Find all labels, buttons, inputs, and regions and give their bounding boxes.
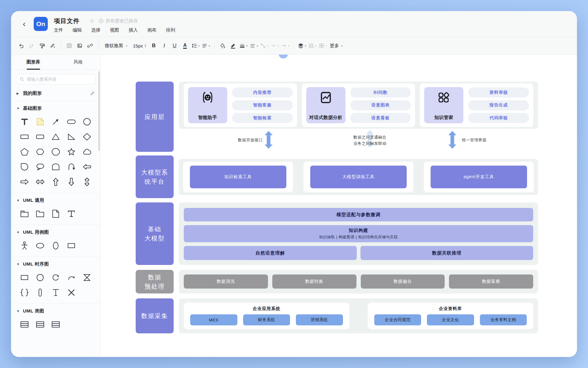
shape-rounded-rectangle-small[interactable] — [35, 131, 46, 142]
insert-frame-button[interactable] — [65, 41, 74, 50]
more-button[interactable]: 更多 ▾ — [329, 41, 343, 50]
line-type-button[interactable]: ▾ — [270, 41, 279, 50]
foundation-bar-reasoning[interactable]: 数据关联推理 — [360, 246, 533, 260]
menu-edit[interactable]: 编辑 — [73, 27, 82, 33]
bold-button[interactable]: B — [149, 41, 158, 50]
source-pill[interactable]: 业务资料文档 — [480, 314, 527, 325]
card-smart-assistant[interactable]: 智能助手 内容推荐 智能客服 智能检索 — [184, 83, 297, 127]
shape-text-serif[interactable] — [66, 208, 77, 219]
style-brush-button[interactable] — [48, 41, 57, 50]
shape-alt-fragment[interactable] — [81, 272, 92, 283]
shape-u-turn-arrow[interactable] — [66, 161, 77, 172]
foundation-bar-tuning[interactable]: 模型适配与参数微调 — [184, 208, 533, 221]
conversational-analysis-tile[interactable]: 对话式数据分析 — [306, 87, 345, 123]
smart-assistant-tile[interactable]: 智能助手 — [188, 87, 227, 123]
feature-pill[interactable]: 代码审核 — [468, 113, 529, 123]
shape-sticky-note[interactable] — [35, 116, 46, 127]
feature-pill[interactable]: 语意看板 — [350, 113, 411, 123]
line-height-button[interactable]: ▾ — [191, 41, 200, 50]
foundation-panel[interactable]: 模型适配与参数微调 知识构建 知识抽取 | 构建图谱 | 知识结构化存储与关联 … — [179, 202, 538, 265]
shape-rectangle-plain[interactable] — [66, 240, 77, 251]
shape-pentagon[interactable] — [19, 146, 30, 157]
layer-label-application[interactable]: 应用层 — [136, 82, 174, 152]
shape-tab-frame[interactable] — [35, 208, 46, 219]
knowledge-manager-tile[interactable]: 知识管家 — [424, 87, 463, 123]
layers-button[interactable]: ▾ — [297, 41, 307, 50]
foundation-bar-knowledge[interactable]: 知识构建 知识抽取 | 构建图谱 | 知识结构化存储与关联 — [184, 225, 533, 242]
shape-circle[interactable] — [81, 116, 92, 127]
card-conversational-analysis[interactable]: 对话式数据分析 BI问数 语意图表 语意看板 — [302, 83, 415, 127]
format-painter-button[interactable] — [37, 41, 47, 50]
stroke-color-button[interactable] — [228, 41, 238, 50]
shape-search[interactable] — [16, 74, 96, 84]
shape-rounded-rectangle[interactable] — [66, 116, 77, 127]
shape-class-box[interactable] — [50, 319, 61, 330]
font-color-button[interactable]: A — [180, 41, 190, 50]
tab-style[interactable]: 风格 — [56, 55, 100, 70]
tab-shape-library[interactable]: 图形库 — [11, 55, 56, 70]
shape-activation[interactable] — [50, 287, 61, 298]
source-card-business-systems[interactable]: 企业应用系统 MES 财务系统 营销系统 — [184, 303, 349, 329]
shape-diamond[interactable] — [81, 131, 92, 142]
shape-right-triangle[interactable] — [66, 131, 77, 142]
tool-button[interactable]: agent开发工具 — [431, 166, 527, 188]
tool-button[interactable]: 知识检索工具 — [190, 166, 286, 188]
shape-lifeline[interactable] — [35, 287, 46, 298]
favorite-star-icon[interactable]: ☆ — [89, 17, 94, 24]
shape-braces[interactable] — [19, 287, 30, 298]
shape-arrow-right[interactable] — [19, 176, 30, 187]
shape-hexagon[interactable] — [35, 146, 46, 157]
source-pill[interactable]: 企业合同规范 — [374, 314, 421, 325]
feature-pill[interactable]: 语意图表 — [350, 100, 411, 110]
source-pill[interactable]: 企业文化 — [427, 314, 474, 325]
double-arrow-icon[interactable] — [265, 131, 273, 149]
platform-card[interactable]: 知识检索工具 — [183, 162, 293, 192]
menu-select[interactable]: 选择 — [91, 27, 100, 33]
shape-teardrop[interactable] — [19, 161, 30, 172]
layer-label-platform[interactable]: 大模型系 统平台 — [136, 155, 174, 198]
canvas-size-button[interactable]: ▾ — [318, 41, 327, 50]
shape-arrow-down[interactable] — [66, 176, 77, 187]
section-uml-usecase[interactable]: ▼ UML 用例图 — [17, 226, 95, 239]
preprocess-bar[interactable]: 数据装载 — [449, 274, 533, 289]
shape-triangle[interactable] — [50, 131, 61, 142]
shape-octagon[interactable] — [50, 146, 61, 157]
edit-pencil-icon[interactable] — [90, 91, 95, 96]
font-family-select[interactable]: 微软雅黑▾ — [102, 41, 130, 50]
menu-insert[interactable]: 插入 — [129, 27, 138, 33]
menu-arrange[interactable]: 排列 — [166, 27, 175, 33]
font-size-stepper[interactable]: ▴▾ — [145, 44, 146, 48]
shape-self-loop-arrow[interactable] — [50, 272, 61, 283]
layer-label-preprocess[interactable]: 数据 预处理 — [136, 270, 174, 293]
shape-ellipse[interactable] — [35, 240, 46, 251]
source-card-knowledge-base[interactable]: 企业资料库 企业合同规范 企业文化 业务资料文档 — [368, 303, 533, 329]
shape-circle-outline[interactable] — [35, 272, 46, 283]
platform-card[interactable]: 大模型训练工具 — [303, 162, 413, 192]
shape-arrow-up[interactable] — [50, 176, 61, 187]
menu-file[interactable]: 文件 — [54, 27, 63, 33]
shape-rectangle[interactable] — [19, 131, 30, 142]
back-button[interactable]: ‹ — [19, 19, 29, 29]
shape-cloud[interactable] — [81, 146, 92, 157]
shape-rectangle-plain[interactable] — [19, 272, 30, 283]
font-size-select[interactable]: 15px ▴▾ — [131, 41, 148, 50]
tool-button[interactable]: 大模型训练工具 — [310, 166, 407, 188]
section-basic-shapes[interactable]: ▼ 基础图形 — [17, 102, 95, 115]
shape-arrow-left-right[interactable] — [35, 176, 46, 187]
preprocess-bar[interactable]: 数据转换 — [272, 274, 356, 289]
menu-view[interactable]: 视图 — [110, 27, 119, 33]
arrow-type-button[interactable]: ▾ — [281, 41, 290, 50]
line-width-button[interactable]: ▾ — [239, 41, 248, 50]
search-input[interactable] — [27, 77, 92, 82]
platform-panel[interactable]: 知识检索工具 大模型训练工具 agent开发工具 — [179, 159, 538, 195]
feature-pill[interactable]: 内容推荐 — [232, 87, 293, 98]
layer-label-foundation[interactable]: 基础 大模型 — [136, 202, 174, 265]
app-logo[interactable]: On — [34, 17, 48, 31]
preprocess-bar[interactable]: 数据融合 — [361, 274, 445, 289]
shape-arrow-northeast[interactable] — [50, 116, 61, 127]
connector-style-button[interactable]: ▾ — [260, 41, 269, 50]
menu-canvas[interactable]: 画布 — [147, 27, 156, 33]
align-objects-button[interactable]: ▾ — [308, 41, 317, 50]
shape-return-arrow[interactable] — [66, 272, 77, 283]
shape-class-box[interactable] — [35, 319, 46, 330]
